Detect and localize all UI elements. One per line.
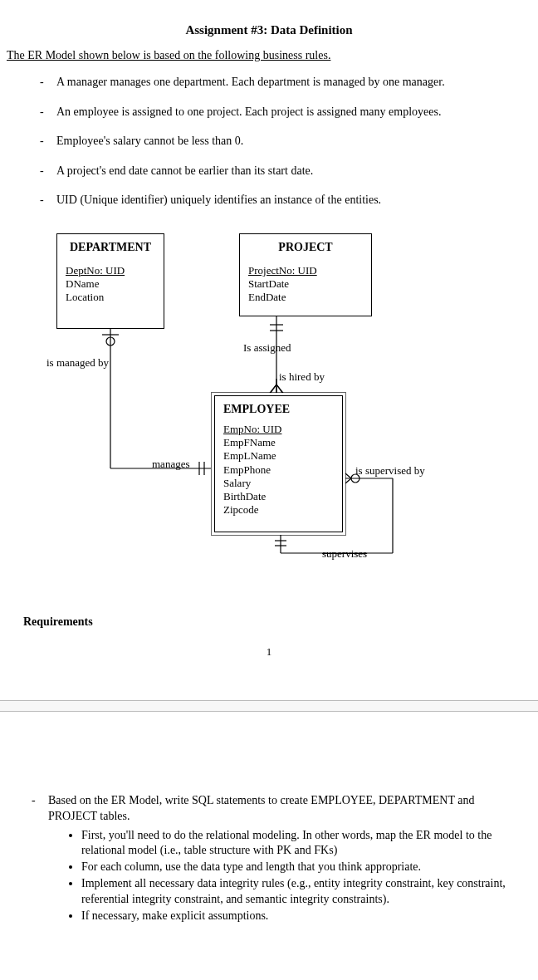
rule-item: Employee's salary cannot be less than 0. xyxy=(40,133,531,149)
intro-text: The ER Model shown below is based on the… xyxy=(7,49,531,62)
requirement-text: Based on the ER Model, write SQL stateme… xyxy=(48,794,474,822)
entity-attr: EndDate xyxy=(248,291,363,304)
requirement-item: Based on the ER Model, write SQL stateme… xyxy=(32,793,515,924)
entity-attr: EmpLName xyxy=(223,449,334,463)
business-rules-list: A manager manages one department. Each d… xyxy=(7,74,531,208)
entity-name: PROJECT xyxy=(248,241,363,254)
requirement-subitem: If necessary, make explicit assumptions. xyxy=(81,909,515,924)
svg-line-19 xyxy=(345,478,351,483)
entity-uid: ProjectNo: UID xyxy=(248,264,363,277)
page-break xyxy=(0,700,538,712)
page-number: 1 xyxy=(7,645,531,659)
entity-name: DEPARTMENT xyxy=(66,241,155,254)
entity-employee: EMPLOYEE EmpNo: UID EmpFName EmpLName Em… xyxy=(214,395,343,532)
rel-label: is supervised by xyxy=(355,464,425,478)
rel-label: manages xyxy=(152,458,189,471)
requirement-subitem: Implement all necessary data integrity r… xyxy=(81,876,515,906)
requirement-sublist: First, you'll need to do the relational … xyxy=(48,828,515,924)
page-title: Assignment #3: Data Definition xyxy=(7,23,531,37)
entity-attr: EmpPhone xyxy=(223,463,334,477)
requirements-list: Based on the ER Model, write SQL stateme… xyxy=(7,793,531,924)
rel-label: is hired by xyxy=(279,370,325,384)
entity-name: EMPLOYEE xyxy=(223,403,334,416)
rule-item: A project's end date cannot be earlier t… xyxy=(40,163,531,179)
requirement-subitem: For each column, use the data type and l… xyxy=(81,860,515,875)
requirement-subitem: First, you'll need to do the relational … xyxy=(81,828,515,858)
entity-attr: Location xyxy=(66,291,155,304)
rel-label: Is assigned xyxy=(243,341,291,355)
entity-project: PROJECT ProjectNo: UID StartDate EndDate xyxy=(239,233,372,316)
entity-uid: EmpNo: UID xyxy=(223,423,334,436)
entity-department: DEPARTMENT DeptNo: UID DName Location xyxy=(56,233,164,329)
rule-item: UID (Unique identifier) uniquely identif… xyxy=(40,192,531,208)
svg-point-3 xyxy=(106,337,115,345)
er-diagram: DEPARTMENT DeptNo: UID DName Location PR… xyxy=(23,233,538,590)
entity-attr: Zipcode xyxy=(223,503,334,517)
requirements-heading: Requirements xyxy=(23,615,531,629)
rule-item: An employee is assigned to one project. … xyxy=(40,104,531,120)
rel-label: supervises xyxy=(322,547,367,561)
svg-line-11 xyxy=(271,385,276,393)
svg-line-12 xyxy=(276,385,282,393)
rule-item: A manager manages one department. Each d… xyxy=(40,74,531,91)
rel-label: is managed by xyxy=(46,356,109,370)
entity-attr: StartDate xyxy=(248,277,363,291)
entity-uid: DeptNo: UID xyxy=(66,264,155,277)
svg-line-18 xyxy=(345,473,351,478)
entity-attr: Salary xyxy=(223,477,334,490)
entity-attr: BirthDate xyxy=(223,490,334,503)
entity-attr: EmpFName xyxy=(223,436,334,449)
entity-attr: DName xyxy=(66,277,155,291)
